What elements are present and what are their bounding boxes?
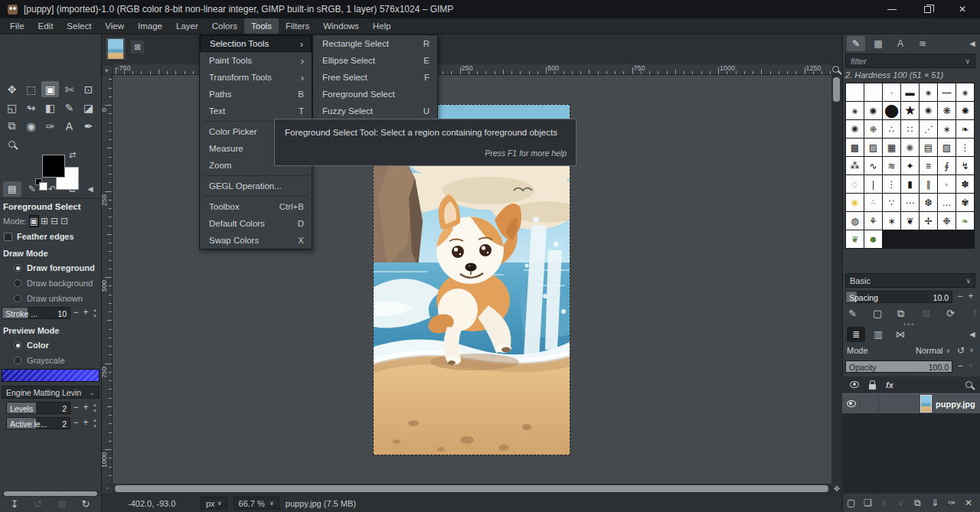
brush-swatch[interactable]: ✺ bbox=[956, 102, 974, 119]
tool-paths[interactable]: ✑ bbox=[41, 118, 59, 134]
brush-swatch[interactable]: ✹ bbox=[846, 120, 864, 138]
brush-swatch[interactable]: ❦ bbox=[846, 230, 864, 248]
draw-mode-draw-background[interactable]: Draw background bbox=[14, 279, 93, 288]
levels-spinner[interactable]: ▲▼ bbox=[92, 402, 98, 414]
anchor-layer-button[interactable]: ✑ bbox=[948, 497, 956, 508]
brush-swatch[interactable]: ≡ bbox=[920, 157, 937, 174]
tool-options-scrollbar-thumb[interactable] bbox=[4, 491, 97, 496]
brush-swatch[interactable]: ⋯ bbox=[901, 194, 919, 211]
draw-mode-draw-foreground[interactable]: Draw foreground bbox=[14, 263, 95, 272]
raise-layer-button[interactable]: ∧ bbox=[880, 497, 887, 508]
swap-colors-icon[interactable]: ⇄ bbox=[69, 150, 76, 160]
brush-swatch[interactable]: ∮ bbox=[938, 157, 956, 174]
canvas-horizontal-scrollbar[interactable] bbox=[113, 484, 831, 494]
menu-item-transform-tools[interactable]: Transform Tools› bbox=[200, 69, 312, 86]
opacity-increase-button[interactable]: + bbox=[966, 360, 975, 373]
menubar-item-tools[interactable]: Tools bbox=[244, 18, 279, 34]
canvas-vscrollbar-thumb[interactable] bbox=[833, 77, 840, 102]
feather-edges-row[interactable]: Feather edges bbox=[4, 232, 74, 241]
layers-tab-paths[interactable]: ⋈ bbox=[891, 327, 910, 342]
fx-icon[interactable]: fx bbox=[886, 380, 893, 390]
brushes-tab-collapse[interactable]: ◄ bbox=[963, 36, 980, 51]
layer-visibility-eye-icon[interactable] bbox=[842, 400, 861, 407]
active-levels-increase-button[interactable]: + bbox=[81, 417, 90, 429]
menubar-item-edit[interactable]: Edit bbox=[31, 18, 60, 34]
opacity-decrease-button[interactable]: − bbox=[956, 360, 965, 373]
brush-swatch[interactable]: ⬤ bbox=[883, 102, 900, 119]
brush-swatch[interactable]: · bbox=[883, 83, 900, 101]
scrollbar-corner-button[interactable]: ▫ bbox=[102, 484, 113, 494]
brush-swatch[interactable]: ⚘ bbox=[864, 212, 882, 230]
brush-swatch[interactable]: ⋰ bbox=[920, 120, 937, 138]
brushes-tab-fonts[interactable]: A bbox=[891, 36, 910, 51]
levels-increase-button[interactable]: + bbox=[81, 402, 90, 414]
brush-swatch[interactable]: ∴ bbox=[864, 194, 882, 211]
brush-swatch[interactable]: ❉ bbox=[938, 212, 956, 230]
tool-scissors-select[interactable]: ✄ bbox=[60, 81, 78, 97]
brush-swatch[interactable]: ▦ bbox=[883, 139, 900, 156]
preview-color-gradient[interactable] bbox=[2, 369, 100, 382]
tool-foreground-select[interactable]: ▣ bbox=[41, 81, 59, 97]
menubar-item-layer[interactable]: Layer bbox=[169, 18, 205, 34]
tool-paintbrush[interactable]: ✎ bbox=[60, 99, 78, 116]
brush-swatch[interactable]: ↯ bbox=[956, 157, 974, 174]
brush-swatch[interactable]: ★ bbox=[901, 102, 919, 119]
ruler-corner-button[interactable]: ▸ bbox=[102, 64, 113, 75]
brush-filter-input[interactable]: filter ∨ bbox=[845, 54, 975, 68]
menu-item-toolbox[interactable]: ToolboxCtrl+B bbox=[200, 198, 312, 215]
stroke-decrease-button[interactable]: − bbox=[71, 307, 80, 319]
mode-replace-icon[interactable]: ▣ bbox=[30, 216, 38, 227]
pan-navigation-icon[interactable]: ✥ bbox=[831, 484, 842, 494]
delete-layer-button[interactable]: ✕ bbox=[965, 497, 972, 508]
chevron-down-icon[interactable]: ∨ bbox=[969, 347, 974, 354]
layer-row[interactable]: puppy.jpg bbox=[842, 393, 980, 414]
brush-swatch[interactable]: ∷ bbox=[901, 120, 919, 138]
submenu-item-foreground-select[interactable]: Foreground Select bbox=[313, 86, 437, 103]
zoom-ruler-icon[interactable] bbox=[832, 65, 839, 74]
preview-mode-color[interactable]: Color bbox=[14, 341, 49, 350]
canvas-vertical-scrollbar[interactable] bbox=[831, 75, 841, 484]
menu-item-gegl-operation-[interactable]: GEGL Operation... bbox=[200, 178, 312, 194]
brush-swatch[interactable] bbox=[846, 83, 864, 101]
active-levels-slider[interactable]: Active le... 2 bbox=[6, 417, 70, 429]
brush-swatch[interactable]: ✾ bbox=[956, 194, 974, 211]
delete-tool-preset-button[interactable]: ⊠ bbox=[55, 498, 69, 510]
toolbox-tab-collapse[interactable]: ◄ bbox=[81, 181, 100, 197]
brush-swatch[interactable]: ◌ bbox=[846, 175, 864, 193]
tool-options-scrollbar[interactable] bbox=[2, 491, 100, 497]
image-tab-close-button[interactable]: ⊠ bbox=[131, 41, 144, 54]
stroke-spinner[interactable]: ▲▼ bbox=[92, 307, 98, 319]
restore-tool-preset-button[interactable]: ↺ bbox=[31, 498, 45, 510]
canvas-hscrollbar-thumb[interactable] bbox=[115, 485, 828, 492]
restore-button[interactable] bbox=[910, 0, 945, 18]
brush-swatch[interactable]: ❧ bbox=[956, 120, 974, 138]
lock-icon[interactable] bbox=[869, 384, 876, 390]
brushes-tab-patterns[interactable]: ▦ bbox=[869, 36, 887, 51]
brush-swatch[interactable]: ● bbox=[864, 102, 882, 119]
submenu-item-fuzzy-select[interactable]: Fuzzy SelectU bbox=[313, 103, 437, 119]
brush-swatch[interactable]: ∥ bbox=[920, 175, 937, 193]
brush-swatch[interactable]: ▧ bbox=[938, 139, 956, 156]
brush-swatch[interactable]: ◍ bbox=[846, 212, 864, 230]
brush-swatch[interactable]: ▨ bbox=[864, 139, 882, 156]
visibility-eye-icon[interactable] bbox=[850, 381, 859, 388]
merge-layer-button[interactable]: ⇓ bbox=[931, 497, 939, 508]
levels-decrease-button[interactable]: − bbox=[71, 402, 80, 414]
image-tab[interactable] bbox=[105, 37, 126, 60]
brush-swatch[interactable]: ● bbox=[956, 83, 974, 101]
brush-swatch[interactable]: ✽ bbox=[956, 175, 974, 193]
brush-group-select[interactable]: Basic ∨ bbox=[845, 273, 975, 288]
brush-swatch[interactable]: ∿ bbox=[864, 157, 882, 174]
brushes-tab-brushes[interactable]: ✎ bbox=[847, 36, 865, 51]
layers-tab-layers[interactable]: ≣ bbox=[847, 327, 865, 342]
minimize-button[interactable]: — bbox=[874, 0, 910, 18]
reset-tool-options-button[interactable]: ↻ bbox=[79, 498, 93, 510]
brush-swatch[interactable]: ▤ bbox=[920, 139, 937, 156]
brush-swatch[interactable]: ∗ bbox=[938, 120, 956, 138]
brush-swatch[interactable]: | bbox=[864, 175, 882, 193]
reset-mode-icon[interactable]: ↺ bbox=[957, 345, 965, 356]
feather-edges-checkbox[interactable] bbox=[4, 233, 12, 241]
brush-swatch[interactable]: ❋ bbox=[938, 102, 956, 119]
brush-swatch[interactable]: ▮ bbox=[901, 175, 919, 193]
brush-swatch[interactable]: … bbox=[938, 194, 956, 211]
